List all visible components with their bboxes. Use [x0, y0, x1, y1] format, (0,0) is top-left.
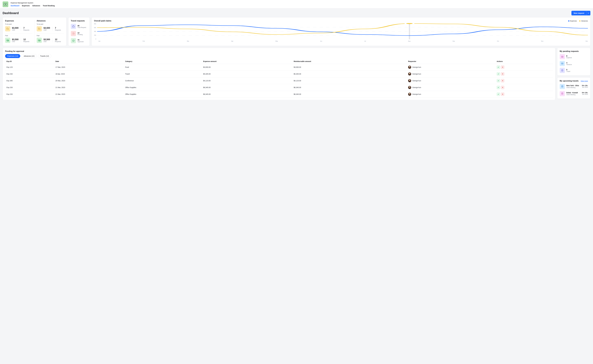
adv-paid-amt: $3,500: [44, 38, 50, 41]
reject-button[interactable]: [501, 72, 504, 76]
pending-table: Exp IDDateCategoryExpense amountReimburs…: [5, 59, 553, 98]
pending-request-row: 4Advance: [560, 61, 588, 66]
category-icon: [560, 68, 565, 73]
new-request-button[interactable]: New request: [571, 11, 590, 15]
reject-button[interactable]: [501, 86, 504, 89]
table-header: Reimbursable amount: [292, 59, 407, 64]
svg-rect-18: [561, 56, 563, 58]
avatar: [408, 66, 411, 69]
svg-point-3: [6, 4, 7, 4]
svg-point-2: [4, 4, 5, 4]
exp-paid-req: Requests: [23, 41, 29, 42]
chart-yaxis: 80k60k40k20k0: [94, 23, 96, 40]
reject-button[interactable]: [501, 79, 504, 82]
upcoming-travels-card: My upcoming travels View more New York -…: [557, 77, 590, 99]
pill-advances[interactable]: Advances (12): [21, 54, 37, 58]
check-circle-icon: [71, 38, 76, 43]
adv-tbp-count: 7: [55, 27, 61, 29]
exp-paid-cur: USD: [12, 41, 19, 42]
svg-point-6: [7, 40, 8, 40]
travel-requests-card: Travel requests 40Total Request 12Pendin…: [68, 17, 90, 46]
svg-point-17: [405, 23, 413, 24]
exp-tbp-req: Requests: [23, 29, 29, 31]
view-more-link[interactable]: View more: [581, 80, 588, 82]
approve-button[interactable]: [497, 65, 500, 69]
svg-point-7: [40, 29, 40, 29]
svg-rect-24: [562, 93, 563, 94]
table-header: Date: [54, 59, 124, 64]
my-pending-card: My pending requests 8Expense4Advance5Tra…: [557, 48, 590, 76]
svg-point-19: [562, 56, 563, 57]
topbar: Expense Management System Dashboard Expe…: [0, 0, 593, 8]
svg-point-9: [39, 40, 39, 40]
table-header: Requester: [407, 59, 495, 64]
pill-travels[interactable]: Travels (12): [38, 54, 51, 58]
table-header: Actions: [495, 59, 553, 64]
wallet-icon: [37, 26, 42, 31]
tab-expenses[interactable]: Expenses: [22, 5, 30, 7]
travel-approved-lbl: Approved: [77, 41, 84, 43]
table-row: Exp 34520 Mar, 2023Conference$4,123.00$4…: [5, 77, 553, 84]
adv-paid-count: 12: [55, 38, 61, 41]
transport-icon: [560, 84, 565, 89]
approve-button[interactable]: [497, 86, 500, 89]
category-icon: [560, 61, 565, 66]
reject-button[interactable]: [501, 65, 504, 69]
svg-rect-10: [73, 26, 74, 27]
requester-cell: George kun: [408, 93, 494, 96]
legend-expenses: Expenses: [568, 20, 577, 22]
chart-plot: [97, 23, 588, 40]
travel-total-lbl: Total Request: [77, 27, 86, 28]
adv-tbp-cur: USD: [44, 29, 50, 31]
svg-rect-20: [561, 63, 563, 64]
svg-point-12: [73, 40, 74, 42]
travels-title: My upcoming travels: [560, 80, 579, 82]
adv-paid-cur: USD: [44, 41, 50, 42]
expenses-tbp-label: To be paid: [5, 23, 32, 25]
app-title: Expense Management System: [11, 2, 55, 4]
svg-point-1: [5, 4, 6, 5]
briefcase-icon: [71, 24, 76, 29]
travel-pending-val: 12: [77, 32, 83, 34]
page-title: Dashboard: [3, 11, 19, 15]
travel-row: Dubai - KuwaitClient Meeting16th-19thJun…: [560, 91, 588, 96]
table-header: Category: [124, 59, 202, 64]
svg-point-4: [8, 29, 8, 29]
new-request-label: New request: [572, 11, 586, 15]
chevron-down-icon: [588, 13, 589, 14]
avatar: [408, 79, 411, 82]
approve-button[interactable]: [497, 72, 500, 76]
clock-icon: [71, 31, 76, 36]
exp-paid-amt: $3,500: [12, 38, 19, 41]
pending-title: Pending for approval: [5, 50, 553, 52]
legend-advances: Advances: [579, 20, 588, 22]
adv-tbp-req: Requests: [55, 29, 61, 31]
pill-expenses[interactable]: Expenses (14): [5, 54, 20, 58]
cash-icon: [5, 38, 10, 43]
approve-button[interactable]: [497, 92, 500, 96]
svg-rect-8: [38, 40, 40, 41]
pending-card: Pending for approval Expenses (14) Advan…: [3, 48, 555, 100]
tab-dashboard[interactable]: Dashboard: [11, 5, 19, 7]
approve-button[interactable]: [497, 79, 500, 82]
chart-xaxis: JanFebMarAprMayJunJulAugSepOctNovDec: [94, 40, 588, 42]
chart-legend: Expenses Advances: [568, 20, 588, 22]
travel-pending-lbl: Pending: [77, 34, 83, 35]
tab-advances[interactable]: Advances: [32, 5, 40, 7]
exp-tbp-amount: $3,500: [12, 27, 19, 29]
table-header: Exp ID: [5, 59, 54, 64]
advances-title: Advances: [37, 20, 64, 22]
cash-icon: [37, 38, 42, 43]
exp-tbp-cur: USD: [12, 29, 19, 31]
reject-button[interactable]: [501, 92, 504, 96]
travel-approved-val: 70: [77, 39, 84, 41]
svg-point-21: [562, 63, 563, 64]
avatar: [408, 72, 411, 76]
tab-travel-booking[interactable]: Travel Booking: [43, 5, 55, 7]
table-row: Exp 23418 Apr, 2023Travel$5,345.00$5,345…: [5, 71, 553, 77]
advances-column: Advances To be paid $3,500USD 7Requests …: [34, 20, 64, 43]
wallet-icon: [5, 26, 10, 31]
summary-card: Expenses To be paid $3,500USD 7Requests …: [3, 17, 67, 46]
mypending-title: My pending requests: [560, 50, 588, 52]
new-request-caret[interactable]: [586, 11, 590, 15]
